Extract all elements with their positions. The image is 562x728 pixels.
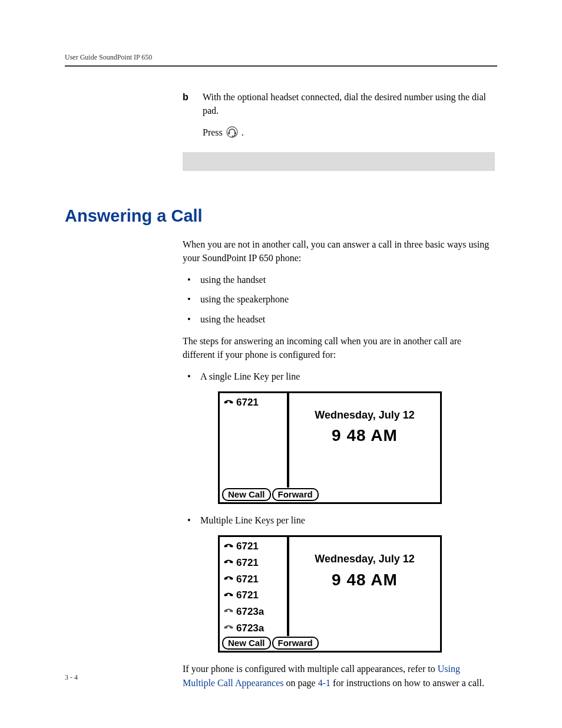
closing-prefix: If your phone is configured with multipl… [183, 664, 438, 674]
intro-paragraph: When you are not in another call, you ca… [183, 238, 495, 265]
press-suffix: . [242, 127, 244, 137]
line-key-label: 6721 [236, 572, 259, 587]
config-paragraph: The steps for answering an incoming call… [183, 334, 495, 361]
list-item: using the speakerphone [185, 292, 495, 306]
softkey-newcall: New Call [222, 488, 271, 501]
header-rule [65, 65, 497, 67]
running-header: User Guide SoundPoint IP 650 [65, 53, 497, 62]
phone-screen-multi: 6721 6721 6721 6721 [218, 535, 495, 653]
line-key: 6723a [223, 605, 287, 620]
phone-icon [223, 624, 234, 633]
screen-date: Wednesday, July 12 [289, 407, 440, 423]
section-heading: Answering a Call [65, 206, 497, 226]
list-item: using the handset [185, 273, 495, 286]
closing-suffix: for instructions on how to answer a call… [330, 678, 484, 688]
line-key-label: 6721 [236, 396, 259, 410]
line-key: 6721 [223, 572, 287, 587]
line-key: 6721 [223, 539, 287, 554]
press-instruction: Press . [203, 126, 495, 141]
phone-icon [223, 608, 234, 616]
line-key-label: 6723a [236, 621, 264, 636]
phone-icon [223, 592, 234, 600]
screen-time: 9 48 AM [289, 424, 440, 448]
svg-rect-2 [234, 132, 236, 134]
svg-rect-1 [228, 132, 230, 134]
softkey-forward: Forward [272, 488, 319, 501]
config-list-1: A single Line Key per line [185, 370, 495, 383]
phone-screen-single: 6721 Wednesday, July 12 9 48 AM New Call… [218, 391, 495, 504]
press-prefix: Press [203, 127, 225, 137]
softkey-newcall: New Call [222, 637, 271, 650]
list-item: A single Line Key per line [185, 370, 495, 383]
headset-icon [226, 126, 238, 141]
closing-paragraph: If your phone is configured with multipl… [183, 662, 495, 689]
gray-bar [183, 152, 495, 171]
list-item: using the headset [185, 312, 495, 326]
phone-icon [223, 543, 234, 551]
line-key: 6721 [223, 396, 287, 410]
link-page-ref[interactable]: 4-1 [318, 678, 330, 688]
line-key: 6721 [223, 588, 287, 603]
list-item: Multiple Line Keys per line [185, 513, 495, 527]
svg-point-3 [232, 136, 233, 137]
screen-time: 9 48 AM [289, 568, 440, 592]
line-key-label: 6721 [236, 556, 259, 571]
phone-icon [223, 399, 234, 407]
substep-b: b With the optional headset connected, d… [183, 90, 495, 117]
softkey-forward: Forward [272, 637, 319, 650]
phone-icon [223, 575, 234, 584]
line-key-label: 6723a [236, 605, 264, 620]
page-number: 3 - 4 [65, 673, 78, 682]
phone-icon [223, 559, 234, 567]
line-key-label: 6721 [236, 539, 259, 554]
substep-letter: b [183, 90, 191, 117]
line-key: 6721 [223, 556, 287, 571]
closing-mid: on page [284, 678, 318, 688]
line-key-label: 6721 [236, 588, 259, 603]
screen-date: Wednesday, July 12 [289, 551, 440, 566]
ways-list: using the handset using the speakerphone… [185, 273, 495, 326]
line-key: 6723a [223, 621, 287, 636]
substep-text: With the optional headset connected, dia… [203, 90, 495, 117]
config-list-2: Multiple Line Keys per line [185, 513, 495, 527]
